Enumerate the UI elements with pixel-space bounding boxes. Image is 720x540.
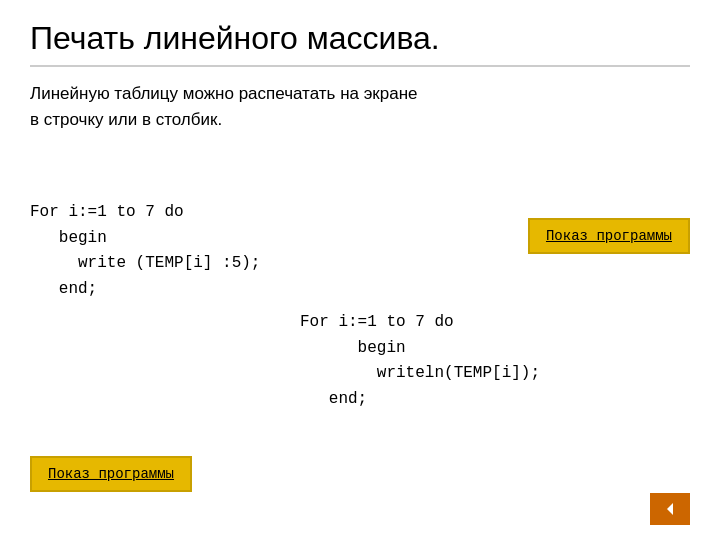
code-block-right: For i:=1 to 7 do begin writeln(TEMP[i]);… xyxy=(300,310,540,412)
show-program-button-right[interactable]: Показ программы xyxy=(528,218,690,254)
left-code-section: For i:=1 to 7 do begin write (TEMP[i] :5… xyxy=(30,200,260,302)
show-program-button-bottom[interactable]: Показ программы xyxy=(30,456,192,492)
code-block-left: For i:=1 to 7 do begin write (TEMP[i] :5… xyxy=(30,200,260,302)
nav-back-button[interactable] xyxy=(650,493,690,525)
svg-marker-0 xyxy=(667,503,673,515)
right-code-section: For i:=1 to 7 do begin writeln(TEMP[i]);… xyxy=(300,310,540,412)
chevron-left-icon xyxy=(661,500,679,518)
slide: Печать линейного массива. Линейную табли… xyxy=(0,0,720,540)
subtitle-text: Линейную таблицу можно распечатать на эк… xyxy=(30,81,690,132)
page-title: Печать линейного массива. xyxy=(30,20,690,67)
